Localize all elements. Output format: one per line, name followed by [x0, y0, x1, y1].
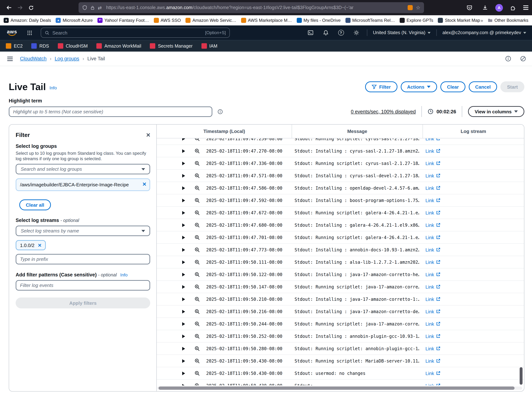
expand-row-button[interactable] — [182, 310, 185, 313]
inspect-event-button[interactable] — [195, 235, 200, 240]
inspect-event-button[interactable] — [195, 333, 200, 339]
bookmarks-overflow-chevron[interactable]: » — [481, 18, 483, 23]
bookmark-item[interactable]: ▲ Microsoft Azure — [56, 18, 93, 23]
log-stream-link[interactable]: Link — [426, 296, 440, 302]
side-nav-toggle-icon[interactable] — [7, 56, 13, 61]
inspect-event-button[interactable] — [195, 296, 200, 302]
forward-button[interactable] — [15, 2, 25, 13]
cancel-button[interactable]: Cancel — [469, 81, 497, 92]
log-stream-link[interactable]: Link — [426, 309, 440, 314]
expand-row-button[interactable] — [182, 371, 185, 375]
close-icon[interactable]: ✕ — [146, 132, 151, 138]
url-bar[interactable]: ⇄ https://us-east-1.console.aws.amazon.c… — [78, 2, 424, 13]
stream-prefix-input[interactable] — [16, 254, 150, 265]
inspect-event-button[interactable] — [195, 272, 200, 277]
breadcrumb-log-groups[interactable]: Log groups — [55, 56, 79, 61]
patterns-info-link[interactable]: Info — [120, 272, 128, 277]
favorite-service-link[interactable]: Secrets Manager — [150, 43, 192, 49]
inspect-event-button[interactable] — [195, 383, 200, 385]
inspect-event-button[interactable] — [195, 346, 200, 351]
favorite-service-link[interactable]: CloudHSM — [58, 43, 88, 49]
log-stream-link[interactable]: Link — [426, 358, 440, 364]
tracking-shield-icon[interactable] — [82, 5, 87, 10]
expand-row-button[interactable] — [182, 236, 185, 239]
inspect-event-button[interactable] — [195, 173, 200, 178]
expand-row-button[interactable] — [182, 384, 185, 385]
clear-button[interactable]: Clear — [440, 81, 465, 92]
log-streams-select[interactable]: Select log streams by name — [16, 226, 150, 236]
log-stream-link[interactable]: Link — [426, 198, 440, 203]
filter-events-input[interactable] — [16, 280, 150, 291]
log-stream-link[interactable]: Link — [426, 247, 440, 252]
expand-row-button[interactable] — [182, 138, 185, 140]
bookmark-item[interactable]: Stock Market Map — [438, 18, 480, 23]
log-stream-link[interactable]: Link — [426, 222, 440, 228]
log-groups-select[interactable]: Search and select log groups — [16, 164, 150, 174]
log-stream-link[interactable]: Link — [426, 185, 440, 191]
expand-row-button[interactable] — [182, 186, 185, 190]
inspect-event-button[interactable] — [195, 148, 200, 154]
expand-row-button[interactable] — [182, 248, 185, 252]
lock-icon[interactable] — [90, 5, 95, 10]
bookmark-item[interactable]: AWS SSO — [154, 18, 181, 23]
expand-row-button[interactable] — [182, 297, 185, 301]
bookmark-item[interactable]: MicrosoftTeams Rel… — [345, 18, 395, 23]
region-selector[interactable]: United States (N. Virginia) — [373, 30, 431, 35]
expand-row-button[interactable] — [182, 260, 185, 264]
expand-row-button[interactable] — [182, 199, 185, 202]
log-stream-link[interactable]: Link — [426, 383, 440, 385]
expand-row-button[interactable] — [182, 273, 185, 276]
remove-token-icon[interactable]: ✕ — [38, 242, 42, 248]
inspect-event-button[interactable] — [195, 138, 200, 141]
expand-row-button[interactable] — [182, 223, 185, 227]
inspect-event-button[interactable] — [195, 370, 200, 376]
notifications-bell-icon[interactable] — [321, 30, 330, 36]
filter-button[interactable]: Filter — [365, 81, 397, 92]
downloads-icon[interactable] — [480, 2, 491, 13]
expand-row-button[interactable] — [182, 285, 185, 289]
menu-icon[interactable] — [523, 5, 528, 10]
cloudshell-icon[interactable] — [306, 30, 315, 36]
back-button[interactable] — [4, 2, 15, 13]
log-stream-link[interactable]: Link — [426, 333, 440, 339]
bookmark-item[interactable]: Amazon Web Servic… — [185, 18, 236, 23]
expand-row-button[interactable] — [182, 174, 185, 177]
view-in-columns-button[interactable]: View in columns — [468, 106, 524, 117]
log-stream-link[interactable]: Link — [426, 235, 440, 240]
favorite-service-link[interactable]: Amazon WorkMail — [96, 43, 141, 49]
bookmark-item[interactable]: AWS Marketplace M… — [241, 18, 292, 23]
feedback-icon[interactable] — [520, 55, 526, 62]
expand-row-button[interactable] — [182, 161, 185, 165]
bookmark-item[interactable]: My files - OneDrive — [296, 18, 341, 23]
inspect-event-button[interactable] — [195, 185, 200, 191]
breadcrumb-cloudwatch[interactable]: CloudWatch — [20, 56, 47, 61]
page-info-icon[interactable] — [505, 55, 511, 62]
inspect-event-button[interactable] — [195, 161, 200, 166]
favorite-service-link[interactable]: RDS — [31, 43, 49, 49]
info-icon[interactable] — [218, 109, 223, 114]
reload-button[interactable] — [25, 2, 36, 13]
profile-avatar[interactable]: A — [495, 4, 503, 11]
log-stream-link[interactable]: Link — [426, 138, 440, 141]
log-stream-link[interactable]: Link — [426, 173, 440, 178]
bookmark-item[interactable]: Y! Yahoo! Fantasy Foot… — [97, 18, 149, 23]
expand-row-button[interactable] — [182, 149, 185, 153]
pocket-icon[interactable] — [464, 2, 475, 13]
permissions-icon[interactable]: ⇄ — [98, 5, 102, 10]
inspect-event-button[interactable] — [195, 284, 200, 290]
clear-all-button[interactable]: Clear all — [19, 199, 51, 210]
inspect-event-button[interactable] — [195, 309, 200, 314]
services-grid-icon[interactable] — [25, 30, 34, 36]
actions-button[interactable]: Actions — [400, 81, 437, 92]
highlight-terms-input[interactable] — [9, 106, 212, 117]
console-search-input[interactable]: Search [Option+S] — [41, 28, 230, 38]
account-menu[interactable]: alex@c2company.com @ primekeydev — [443, 30, 526, 35]
other-bookmarks[interactable]: Other Bookmarks — [487, 18, 528, 23]
extensions-puzzle-icon[interactable] — [508, 2, 519, 13]
bookmark-star-icon[interactable]: ☆ — [416, 5, 420, 10]
inspect-event-button[interactable] — [195, 210, 200, 215]
inspect-event-button[interactable] — [195, 198, 200, 203]
log-stream-link[interactable]: Link — [426, 272, 440, 277]
log-stream-link[interactable]: Link — [426, 284, 440, 290]
horizontal-scrollbar-thumb[interactable] — [159, 386, 514, 390]
